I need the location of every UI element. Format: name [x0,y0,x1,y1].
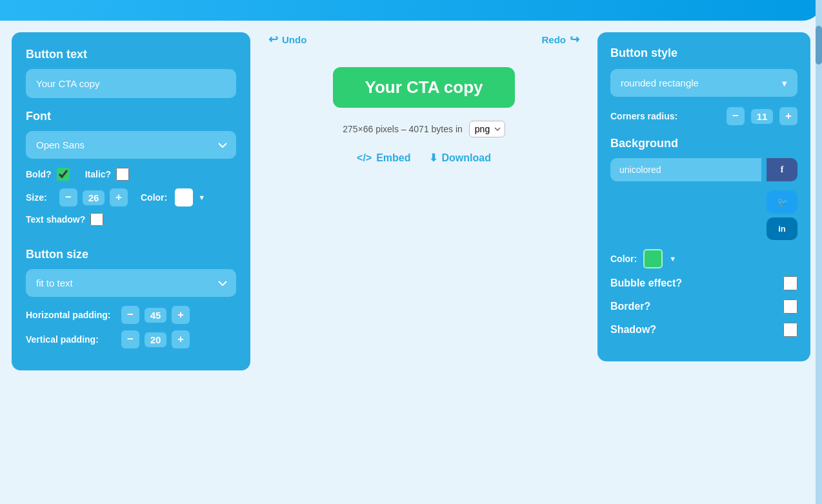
undo-button[interactable]: ↩ Undo [268,32,306,46]
action-row: </> Embed ⬇ Download [357,152,491,164]
shadow-checkbox[interactable] [783,323,797,337]
v-padding-plus-button[interactable]: + [172,330,190,348]
bold-label[interactable]: Bold? [26,168,70,181]
download-button[interactable]: ⬇ Download [429,152,491,164]
italic-label[interactable]: Italic? [85,168,129,181]
twitter-button[interactable]: 🐦 [767,190,797,214]
h-padding-label: Horizontal padding: [26,310,116,320]
social-extra-buttons: 🐦 in [610,190,797,240]
style-select[interactable]: rounded rectangle [610,69,797,97]
bubble-checkbox[interactable] [783,276,797,290]
center-panel: ↩ Undo Redo ↪ Your CTA copy 275×66 pixel… [262,32,586,164]
right-panel: Button style rounded rectangle ▼ Corners… [597,32,810,361]
shadow-label: Shadow? [610,324,777,336]
shadow-row: Shadow? [610,323,797,337]
facebook-button[interactable]: f [767,158,797,181]
corners-row: Corners radius: − 11 + [610,107,797,125]
color-swatch-row: ▼ [175,188,205,207]
v-padding-value: 20 [145,332,166,347]
color-label: Color: [141,192,167,203]
v-padding-row: Vertical padding: − 20 + [26,330,236,348]
h-padding-plus-button[interactable]: + [172,306,190,324]
file-info-row: 275×66 pixels – 4071 bytes in png jpg sv… [343,121,505,137]
size-minus-button[interactable]: − [59,188,77,207]
border-label: Border? [610,301,777,312]
main-layout: Button text Font Open Sans Bold? Italic?… [0,21,822,382]
bubble-row: Bubble effect? [610,276,797,290]
embed-button[interactable]: </> Embed [357,152,410,164]
social-buttons-col: f [767,158,797,181]
size-label: Size: [26,192,54,203]
twitter-icon: 🐦 [777,197,788,207]
style-select-wrapper: rounded rectangle ▼ [610,69,797,97]
format-select[interactable]: png jpg svg [469,121,505,137]
color-row: Color: ▼ [610,249,797,268]
h-padding-row: Horizontal padding: − 45 + [26,306,236,324]
redo-icon: ↪ [570,32,579,46]
undo-icon: ↩ [268,32,278,46]
bold-italic-row: Bold? Italic? [26,168,236,181]
file-info-text: 275×66 pixels – 4071 bytes in [343,124,463,134]
linkedin-button[interactable]: in [767,217,797,240]
scrollbar-thumb[interactable] [816,26,822,65]
download-icon: ⬇ [429,152,437,164]
button-text-title: Button text [26,48,236,61]
corners-minus-button[interactable]: − [727,107,745,125]
button-size-select[interactable]: fit to text [26,269,236,297]
button-style-title: Button style [610,46,797,60]
size-plus-button[interactable]: + [110,188,128,207]
redo-button[interactable]: Redo ↪ [542,32,580,46]
h-padding-value: 45 [145,308,166,323]
bg-color-label: Color: [610,254,637,264]
color-dropdown-arrow[interactable]: ▼ [198,194,205,201]
border-row: Border? [610,299,797,314]
bg-row: f [610,158,797,181]
h-padding-minus-button[interactable]: − [121,306,139,324]
corners-value: 11 [751,109,773,124]
text-shadow-checkbox[interactable] [90,213,103,226]
text-color-swatch[interactable] [175,188,193,207]
button-text-input[interactable] [26,69,236,98]
bg-type-input[interactable] [610,158,761,181]
border-checkbox[interactable] [783,299,797,314]
background-title: Background [610,137,797,150]
bg-color-swatch[interactable] [643,249,663,268]
bg-color-dropdown-arrow[interactable]: ▼ [669,255,676,263]
corners-label: Corners radius: [610,111,720,121]
font-select[interactable]: Open Sans [26,131,236,159]
italic-checkbox[interactable] [116,168,129,181]
size-row: Size: − 26 + Color: ▼ [26,188,236,207]
v-padding-minus-button[interactable]: − [121,330,139,348]
corners-plus-button[interactable]: + [779,107,797,125]
button-size-title: Button size [26,248,236,261]
embed-icon: </> [357,152,372,164]
bold-checkbox[interactable] [57,168,70,181]
facebook-icon: f [781,165,784,175]
v-padding-label: Vertical padding: [26,334,116,345]
bubble-label: Bubble effect? [610,277,777,289]
font-title: Font [26,110,236,123]
size-value: 26 [83,190,105,205]
text-shadow-label[interactable]: Text shadow? [26,213,236,226]
preview-button[interactable]: Your CTA copy [333,67,516,108]
top-bar [0,0,822,21]
linkedin-icon: in [778,224,786,234]
undo-redo-bar: ↩ Undo Redo ↪ [262,32,586,46]
left-panel: Button text Font Open Sans Bold? Italic?… [12,32,250,370]
scrollbar-track[interactable] [816,0,822,504]
